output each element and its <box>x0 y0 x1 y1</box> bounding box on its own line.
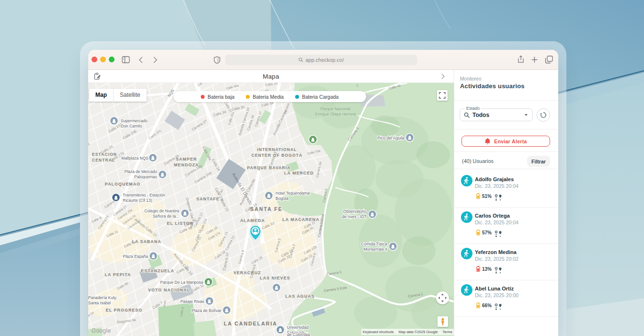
svg-text:Plaza de Mercado: Plaza de Mercado <box>124 169 157 174</box>
svg-text:SANTAFE: SANTAFE <box>196 197 220 201</box>
svg-text:Bogotá: Bogotá <box>276 196 288 201</box>
svg-text:Ricaurte (Cll 13): Ricaurte (Cll 13) <box>123 198 152 203</box>
svg-text:Pasaje Rivas: Pasaje Rivas <box>180 299 204 304</box>
svg-text:ALAMEDA: ALAMEDA <box>240 218 265 223</box>
svg-text:de Aves - IDT: de Aves - IDT <box>342 214 367 219</box>
svg-text:VERACRUZ: VERACRUZ <box>233 270 261 275</box>
svg-text:Observatorio: Observatorio <box>343 209 367 214</box>
svg-text:LA CANDELARIA: LA CANDELARIA <box>224 321 277 326</box>
svg-text:Plaza de Bolívar: Plaza de Bolívar <box>192 308 221 313</box>
svg-text:LAS NIEVES: LAS NIEVES <box>260 276 290 280</box>
svg-text:Colegio de Nuestra: Colegio de Nuestra <box>144 209 179 213</box>
svg-text:Parque Nacional: Parque Nacional <box>321 106 351 111</box>
svg-text:Señora de la...: Señora de la... <box>153 214 179 219</box>
svg-text:LA SABANA: LA SABANA <box>132 239 161 244</box>
svg-text:Mallplaza NQS: Mallplaza NQS <box>121 156 149 161</box>
svg-text:Transmilenio - Estación: Transmilenio - Estación <box>123 193 165 197</box>
svg-text:MENDOZA: MENDOZA <box>174 162 199 167</box>
svg-text:Pico del Águila: Pico del Águila <box>378 136 405 140</box>
svg-text:Universidad: Universidad <box>287 325 309 330</box>
svg-text:Comida Típica: Comida Típica <box>361 242 387 246</box>
svg-text:Enrique Olaya Herrera: Enrique Olaya Herrera <box>315 112 356 116</box>
svg-text:Panadería Kuty,: Panadería Kuty, <box>88 295 117 300</box>
svg-text:Monserrate Ii: Monserrate Ii <box>363 247 387 252</box>
svg-text:Santa Isabel: Santa Isabel <box>88 301 111 305</box>
svg-text:LA PEPITA: LA PEPITA <box>105 272 131 277</box>
svg-text:CENTER OF BOGOTÁ: CENTER OF BOGOTÁ <box>252 153 302 158</box>
svg-text:Paloquemao: Paloquemao <box>134 174 157 179</box>
svg-text:EL PROGRESO: EL PROGRESO <box>106 308 142 313</box>
svg-text:Don Camilo: Don Camilo <box>121 124 142 128</box>
svg-text:Supermercado: Supermercado <box>121 118 148 123</box>
svg-text:PALOQUEMAO: PALOQUEMAO <box>105 182 140 186</box>
svg-text:VOTO NACIONAL: VOTO NACIONAL <box>148 288 190 292</box>
svg-text:Hotel Tequendama: Hotel Tequendama <box>276 191 310 196</box>
svg-text:LAS AGUAS: LAS AGUAS <box>285 294 314 299</box>
svg-text:INTERNATIONAL: INTERNATIONAL <box>257 147 297 152</box>
svg-text:ESTANZUELA: ESTANZUELA <box>141 268 174 273</box>
svg-text:Plaza España: Plaza España <box>123 254 149 259</box>
svg-text:de Colombia: de Colombia <box>287 332 310 336</box>
svg-text:Parque De La Mariposa: Parque De La Mariposa <box>160 280 203 285</box>
svg-text:LA MERCED: LA MERCED <box>284 171 314 175</box>
